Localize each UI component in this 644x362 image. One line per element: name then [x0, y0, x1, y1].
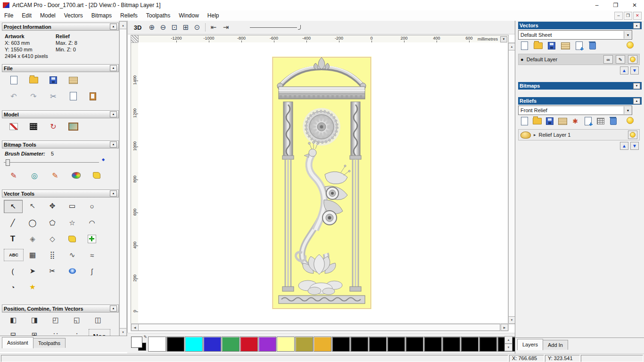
canvas-horizontal-scrollbar[interactable]: ◀ ▶: [131, 323, 509, 331]
new-model-icon[interactable]: [7, 74, 21, 87]
menu-window[interactable]: Window: [174, 10, 203, 21]
delete-vector-layer-icon[interactable]: [587, 41, 598, 51]
brush-diameter-slider[interactable]: [4, 162, 99, 163]
zoom-in-icon[interactable]: ⊕: [147, 22, 157, 33]
move-layer-up-button[interactable]: ▲: [620, 66, 628, 74]
palette-swatch-gold[interactable]: [314, 337, 331, 352]
relief-manager-icon[interactable]: [557, 116, 568, 126]
paint-brush-icon[interactable]: ✎: [7, 169, 21, 182]
block-paste-icon[interactable]: [83, 233, 101, 245]
collapse-section-button[interactable]: ▲: [110, 305, 117, 312]
zoom-object-icon[interactable]: ⊙: [192, 22, 202, 33]
palette-swatch-green[interactable]: [222, 337, 239, 352]
palette-swatch-black[interactable]: [369, 337, 387, 352]
new-vector-layer-icon[interactable]: [519, 41, 529, 51]
sheet-selector[interactable]: Default Sheet ▼: [518, 30, 632, 40]
palette-swatch-black[interactable]: [350, 337, 368, 352]
zoom-out-icon[interactable]: ⊖: [158, 22, 168, 33]
duplicate-relief-icon[interactable]: [583, 116, 593, 126]
save-relief-icon[interactable]: [545, 116, 555, 126]
merge-layers-icon[interactable]: [574, 41, 584, 51]
fillet-grid-icon[interactable]: ▦: [24, 249, 41, 261]
zoom-fit-icon[interactable]: ⊞: [181, 22, 191, 33]
relief-layer-name[interactable]: Relief Layer 1: [539, 132, 625, 138]
vector-doctor-icon[interactable]: ★: [24, 281, 41, 293]
sheet-manager-icon[interactable]: [560, 41, 570, 51]
drawing-canvas[interactable]: [138, 42, 508, 323]
open-relief-icon[interactable]: [532, 116, 542, 126]
palette-scroll-up-button[interactable]: ▲: [504, 336, 512, 344]
document-restore-button[interactable]: ❐: [624, 12, 632, 20]
new-relief-icon[interactable]: [519, 116, 529, 126]
tab-layers[interactable]: Layers: [517, 339, 543, 350]
node-edit-icon[interactable]: ↖: [24, 200, 41, 212]
relief-selector[interactable]: Front Relief ▼: [518, 106, 632, 115]
dropdown-arrow-icon[interactable]: ▼: [624, 31, 632, 39]
document-close-button[interactable]: ✕: [633, 12, 642, 20]
relief-layer-row[interactable]: ▸ Relief Layer 1: [518, 129, 640, 140]
delete-relief-icon[interactable]: [608, 116, 619, 126]
scroll-down-button[interactable]: ▼: [119, 328, 127, 336]
create-rectangle-icon[interactable]: ▭: [63, 200, 81, 212]
align-right-icon[interactable]: ◨: [25, 314, 44, 326]
switch-to-3d-button[interactable]: 3D: [132, 22, 143, 33]
palette-swatch-black[interactable]: [442, 337, 460, 352]
align-left-icon[interactable]: ◧: [4, 314, 23, 326]
measure-icon[interactable]: ◇: [43, 233, 61, 245]
scroll-left-button[interactable]: ◀: [131, 324, 139, 331]
palette-swatch-black[interactable]: [479, 337, 497, 352]
fit-curve-icon[interactable]: ∿: [63, 249, 81, 261]
open-vector-layer-icon[interactable]: [533, 41, 543, 51]
palette-swatch-black[interactable]: [405, 337, 423, 352]
menu-file[interactable]: File: [0, 10, 17, 21]
edit-layer-icon[interactable]: ✎: [616, 55, 625, 64]
menu-bitmaps[interactable]: Bitmaps: [87, 10, 116, 21]
paste-array-icon[interactable]: ⣿: [43, 249, 61, 261]
palette-swatch-red[interactable]: [240, 337, 258, 352]
offset-vector-icon[interactable]: ◔: [4, 281, 22, 293]
palette-swatch-black[interactable]: [424, 337, 442, 352]
relief-layer-visibility-icon[interactable]: [628, 131, 637, 139]
close-button[interactable]: ✕: [625, 0, 644, 10]
dropdown-arrow-icon[interactable]: ▼: [624, 107, 632, 114]
model-texture-icon[interactable]: [26, 120, 41, 133]
collapse-section-button[interactable]: ▲: [110, 65, 117, 71]
collapse-section-button[interactable]: ▲: [110, 141, 117, 148]
brush-diameter-slider-handle[interactable]: [6, 159, 10, 166]
palette-swatch-black[interactable]: [387, 337, 405, 352]
collapse-section-button[interactable]: ▲: [110, 111, 117, 117]
scrollbar-thumb[interactable]: [138, 324, 500, 331]
move-layer-down-button[interactable]: ▼: [630, 66, 639, 74]
wrap-text-icon[interactable]: [63, 233, 81, 245]
menu-edit[interactable]: Edit: [17, 10, 36, 21]
align-bottom-icon[interactable]: ◱: [67, 314, 86, 326]
palette-swatch-black[interactable]: [166, 337, 184, 352]
palette-swatch-black[interactable]: [461, 337, 479, 352]
restore-button[interactable]: ❐: [606, 0, 625, 10]
create-star-icon[interactable]: ☆: [63, 217, 81, 229]
tab-assistant[interactable]: Assistant: [2, 337, 33, 348]
nest-vectors-icon[interactable]: Nes: [89, 329, 110, 336]
expander-icon[interactable]: ▸: [534, 132, 536, 137]
curve-tool-icon[interactable]: ʃ: [83, 265, 101, 277]
primary-colour-swatch[interactable]: [131, 337, 142, 348]
line-width-slider[interactable]: [250, 27, 297, 28]
ruler-units-dropdown[interactable]: ▼: [500, 36, 507, 42]
layer-visibility-icon[interactable]: [628, 55, 637, 64]
move-layer-up-button[interactable]: ▲: [620, 142, 628, 150]
move-layer-down-button[interactable]: ▼: [630, 142, 639, 150]
save-model-icon[interactable]: [46, 74, 60, 87]
menu-help[interactable]: Help: [203, 10, 223, 21]
create-circle-icon[interactable]: ○: [83, 200, 101, 212]
palette-swatch-cyan[interactable]: [185, 337, 203, 352]
trim-vectors-icon[interactable]: ✂: [43, 265, 61, 277]
toggle-all-reliefs-visibility-icon[interactable]: [627, 117, 634, 124]
scroll-down-button[interactable]: ▼: [508, 316, 515, 324]
save-vector-layer-icon[interactable]: [546, 41, 557, 51]
model-lighting-icon[interactable]: [7, 120, 21, 133]
primary-secondary-colour-swatch[interactable]: ✎: [131, 337, 146, 351]
copy-icon[interactable]: [66, 90, 80, 103]
palette-swatch-blue[interactable]: [203, 337, 221, 352]
menu-vectors[interactable]: Vectors: [60, 10, 87, 21]
scroll-right-button[interactable]: ▶: [501, 324, 508, 331]
